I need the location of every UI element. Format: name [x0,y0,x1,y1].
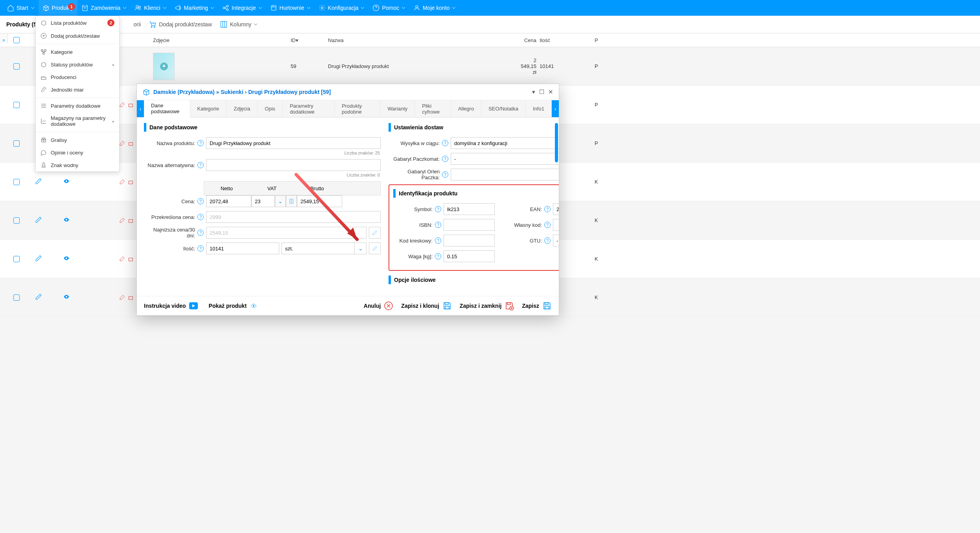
help-icon[interactable]: ? [197,162,204,168]
nav-start[interactable]: Start [3,0,39,16]
input-qty[interactable] [206,243,279,254]
tab-params[interactable]: Parametry dodatkowe [283,100,335,117]
row-checkbox[interactable] [13,179,20,185]
tab-seo[interactable]: SEO/Notatka [481,100,526,117]
nav-clients[interactable]: Klienci [131,0,170,16]
table-row[interactable]: 59 Drugi Przykładowy produkt 2 549,15 zł… [0,47,980,86]
save-clone-button[interactable]: Zapisz i klonuj [401,301,451,311]
show-product[interactable]: Pokaż produkt [209,303,258,309]
input-brutto[interactable] [297,195,342,207]
vat-calc[interactable] [286,195,297,207]
input-gabaryt-paczkomat[interactable] [451,153,559,165]
dropdown-producers[interactable]: Producenci [36,71,119,83]
dropdown-units[interactable]: Jednostki miar [36,83,119,96]
input-gtu[interactable] [553,235,559,246]
dropdown-statuses[interactable]: Statusy produktów ▸ [36,58,119,71]
help-icon[interactable]: ? [435,222,441,228]
input-netto[interactable] [206,195,251,207]
instruction-video[interactable]: Instrukcja video [144,302,198,309]
dropdown-params[interactable]: Parametry dodatkowe [36,99,119,112]
save-button[interactable]: Zapisz [522,301,552,311]
help-icon[interactable]: ? [197,214,204,220]
cancel-button[interactable]: Anuluj [364,301,394,311]
nav-wholesalers[interactable]: Hurtownie [266,0,315,16]
help-icon[interactable]: ? [544,206,551,212]
pencil-icon[interactable] [35,216,42,223]
eye-icon[interactable] [63,294,70,300]
eye-icon[interactable] [63,178,70,184]
nav-products[interactable]: Produkty 1 [39,0,77,16]
tab-basic[interactable]: Dane podstawowe [144,100,190,118]
nav-help[interactable]: Pomoc [368,0,409,16]
dropdown-watermark[interactable]: Znak wodny [36,159,119,171]
tab-photos[interactable]: Zdjęcia [227,100,258,117]
product-thumb[interactable] [153,53,175,80]
input-barcode[interactable] [444,235,495,246]
help-icon[interactable]: ? [435,253,441,259]
tab-categories[interactable]: Kategorie [190,100,227,117]
qty-ruler[interactable] [369,243,381,254]
expand-sidebar[interactable]: » [0,33,8,43]
pencil-icon[interactable] [35,178,42,185]
help-icon[interactable]: ? [197,140,204,146]
help-icon[interactable]: ? [442,140,448,146]
tab-variants[interactable]: Warianty [380,100,415,117]
row-checkbox[interactable] [13,294,20,301]
vat-dropdown[interactable]: ⌄ [275,195,286,207]
help-icon[interactable]: ? [197,230,204,236]
input-vat[interactable] [251,195,275,207]
nav-integrations[interactable]: Integracje [218,0,266,16]
nav-account[interactable]: Moje konto [409,0,460,16]
dropdown-add-product[interactable]: Dodaj produkt/zestaw [36,29,119,42]
tab-desc[interactable]: Opis [258,100,283,117]
tab-similar[interactable]: Produkty podobne [335,100,380,117]
row-checkbox[interactable] [13,256,20,262]
toolbar-columns[interactable]: Kolumny [220,20,258,28]
row-checkbox[interactable] [13,217,20,224]
dropdown-freebies[interactable]: Gratisy [36,134,119,146]
input-isbn[interactable] [444,219,495,231]
nav-marketing[interactable]: Marketing [171,0,218,16]
eye-icon[interactable] [63,217,70,223]
maximize-icon[interactable]: ☐ [539,88,544,96]
input-owncode[interactable] [553,219,559,231]
dropdown-list-products[interactable]: Lista produktów 2 [36,16,119,29]
pencil-icon[interactable] [35,255,42,262]
input-name[interactable] [206,137,381,149]
input-gabaryt-orlen[interactable] [451,169,559,180]
th-name[interactable]: Nazwa [326,37,448,43]
th-qty[interactable]: Ilość [538,37,562,43]
input-symbol[interactable] [444,203,495,215]
help-icon[interactable]: ? [442,171,448,178]
pencil-icon[interactable] [35,293,42,300]
help-icon[interactable]: ? [435,237,441,244]
dropdown-reviews[interactable]: Opinie i oceny [36,146,119,159]
tab-info1[interactable]: Info1 [526,100,552,117]
input-unit[interactable] [282,243,355,254]
dropdown-warehouses[interactable]: Magazyny na parametry dodatkowe ▸ [36,112,119,130]
help-icon[interactable]: ? [544,237,551,244]
help-icon[interactable]: ? [435,206,441,212]
row-checkbox[interactable] [13,140,20,147]
toolbar-categories[interactable]: orii [133,21,141,28]
tab-allegro[interactable]: Allegro [451,100,481,117]
nav-orders[interactable]: Zamówienia [77,0,131,16]
input-ean[interactable] [553,203,559,215]
th-photo[interactable]: Zdjęcie [151,37,177,43]
input-weight[interactable] [444,250,495,262]
input-lowest[interactable] [206,227,367,239]
help-icon[interactable]: ? [197,198,204,204]
th-id[interactable]: ID▾ [289,37,326,43]
input-crossed[interactable] [206,211,381,223]
dropdown-categories[interactable]: Kategorie [36,46,119,58]
eye-icon[interactable] [63,255,70,261]
input-shipping[interactable] [451,137,559,149]
checkbox-all[interactable] [13,37,20,43]
row-checkbox[interactable] [13,63,20,70]
tab-digital[interactable]: Pliki cyfrowe [415,100,451,117]
minimize-icon[interactable]: ▾ [532,88,535,96]
unit-dropdown[interactable]: ⌄ [355,243,367,254]
save-close-button[interactable]: Zapisz i zamknij [460,301,514,311]
help-icon[interactable]: ? [544,222,551,228]
row-checkbox[interactable] [13,102,20,108]
